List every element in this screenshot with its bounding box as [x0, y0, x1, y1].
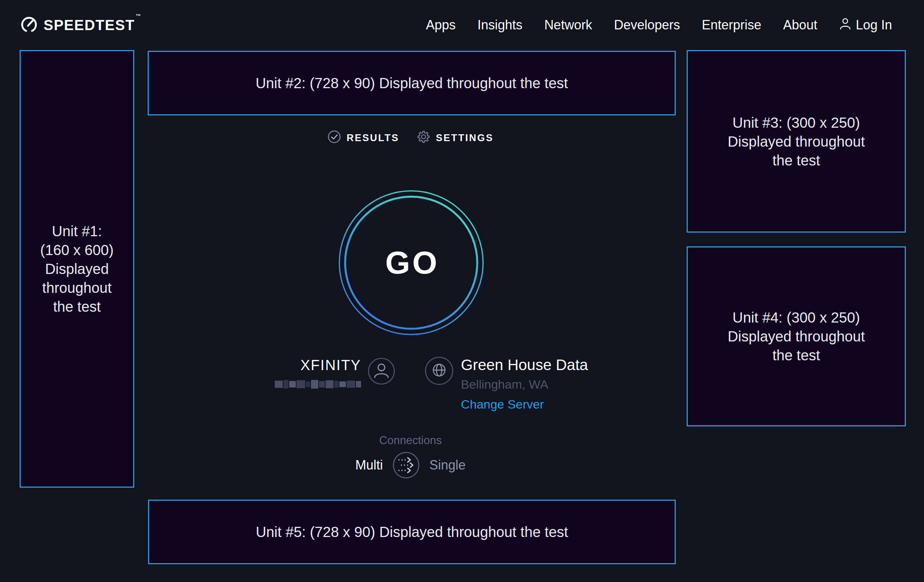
ad-text-line: Displayed throughout — [728, 132, 865, 151]
nav-item-enterprise[interactable]: Enterprise — [702, 17, 761, 33]
tab-results-label: RESULTS — [346, 132, 399, 144]
server-name: Green House Data — [461, 356, 588, 374]
brand-name: SPEEDTEST™ — [43, 17, 142, 33]
login-label: Log In — [856, 17, 892, 33]
tab-results[interactable]: RESULTS — [327, 130, 399, 146]
ad-unit-2: Unit #2: (728 x 90) Displayed throughout… — [148, 51, 676, 115]
login-button[interactable]: Log In — [839, 17, 892, 33]
person-icon — [839, 17, 851, 33]
tab-settings-label: SETTINGS — [436, 132, 493, 144]
nav-item-apps[interactable]: Apps — [426, 17, 455, 33]
top-nav-bar: SPEEDTEST™ Apps Insights Network Develop… — [0, 0, 924, 50]
connections-toggle-row: Multi Single — [134, 452, 686, 479]
ad-unit-5: Unit #5: (728 x 90) Displayed throughout… — [148, 500, 676, 564]
tab-settings[interactable]: SETTINGS — [417, 130, 493, 146]
main-nav: Apps Insights Network Developers Enterpr… — [426, 17, 892, 33]
change-server-link[interactable]: Change Server — [461, 397, 588, 411]
isp-info: XFINITY — [254, 356, 361, 389]
connections-heading: Connections — [134, 434, 686, 447]
nav-item-about[interactable]: About — [783, 17, 817, 33]
connections-mode-single[interactable]: Single — [429, 458, 465, 473]
go-button[interactable]: GO — [338, 190, 485, 336]
check-circle-icon — [327, 130, 341, 146]
nav-item-network[interactable]: Network — [544, 17, 592, 33]
ad-unit-1: Unit #1: (160 x 600) Displayed throughou… — [20, 50, 134, 488]
ad-text-line: Unit #3: (300 x 250) — [733, 113, 860, 132]
ad-text-line: Unit #4: (300 x 250) — [733, 308, 860, 327]
user-icon — [369, 358, 394, 384]
results-settings-tabs: RESULTS SETTINGS — [134, 130, 686, 146]
ad-text-line: Displayed throughout — [728, 327, 865, 346]
ip-address-redacted — [275, 379, 361, 389]
connections-mode-multi[interactable]: Multi — [355, 458, 383, 473]
speedtest-page: SPEEDTEST™ Apps Insights Network Develop… — [0, 0, 924, 582]
ad-text-line: Unit #5: (728 x 90) Displayed throughout… — [256, 523, 568, 541]
trademark-mark: ™ — [135, 13, 142, 19]
ad-text-line: Unit #2: (728 x 90) Displayed throughout… — [256, 74, 568, 92]
ad-text-line: Unit #1: — [52, 222, 102, 241]
ad-text-line: (160 x 600) — [40, 241, 114, 259]
ad-text-line: the test — [53, 297, 101, 316]
nav-item-insights[interactable]: Insights — [478, 17, 523, 33]
go-button-label: GO — [338, 190, 485, 336]
ad-unit-3: Unit #3: (300 x 250) Displayed throughou… — [686, 50, 906, 232]
speedtest-logo[interactable]: SPEEDTEST™ — [20, 16, 142, 35]
ad-unit-4: Unit #4: (300 x 250) Displayed throughou… — [686, 246, 906, 426]
isp-avatar — [368, 358, 395, 385]
server-badge — [425, 357, 453, 385]
multi-connections-icon — [392, 474, 420, 480]
server-info: Green House Data Bellingham, WA Change S… — [461, 356, 588, 411]
gear-icon — [417, 130, 431, 146]
server-location: Bellingham, WA — [461, 378, 588, 391]
ad-text-line: throughout — [42, 278, 111, 297]
gauge-icon — [20, 16, 38, 35]
ad-text-line: the test — [772, 346, 820, 364]
nav-item-developers[interactable]: Developers — [614, 17, 680, 33]
isp-name: XFINITY — [300, 356, 361, 374]
connections-toggle[interactable] — [392, 452, 420, 479]
ad-text-line: the test — [772, 151, 820, 170]
ad-text-line: Displayed — [45, 259, 109, 278]
globe-icon — [426, 357, 452, 385]
